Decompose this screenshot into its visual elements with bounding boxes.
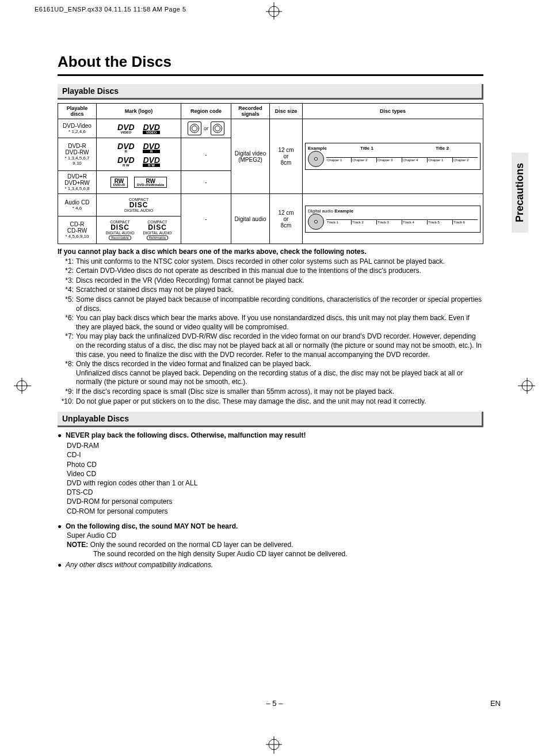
size-cd: 12 cm or 8cm (270, 194, 303, 244)
region-code: or (188, 121, 224, 135)
dvd-rw-logo: DVDR W (117, 155, 135, 167)
cd-r-logo: COMPACTDISCDIGITAL AUDIORecordable (105, 220, 134, 240)
size-dvd: 12 cm or 8cm (270, 119, 303, 194)
table-row: Audio CD* 4,6 COMPACTDISCDIGITAL AUDIO -… (58, 194, 483, 216)
crop-mark-right (518, 374, 535, 397)
row-name: DVD+R DVD+RW (60, 173, 94, 186)
crop-mark-top (262, 2, 285, 20)
th-types: Disc types (303, 104, 483, 119)
dvd-video-logo: DVDVIDEO (143, 123, 160, 134)
dvd-r-logo-2: DVDR (143, 142, 160, 153)
globe-all-icon (211, 121, 224, 135)
disc-icon (308, 214, 324, 230)
row-name: CD-R CD-RW (60, 221, 94, 234)
page-title: About the Discs (58, 53, 483, 71)
th-region: Region code (181, 104, 231, 119)
th-signals: Recorded signals (231, 104, 270, 119)
language-label: EN (490, 699, 501, 708)
dvd-rw-logo-2: DVDR W (143, 155, 160, 167)
row-note: * 1,3,4,5,6,7 9,10 (60, 155, 94, 166)
row-name: DVD-R DVD-RW (60, 143, 94, 155)
globe-icon (188, 121, 201, 135)
page-number: – 5 – (0, 699, 549, 708)
signals-dvd: Digital video (MPEG2) (231, 119, 270, 194)
disc-icon (308, 151, 324, 167)
rw-plus-rw-logo: RWDVD+ReWritable (134, 177, 167, 188)
section-unplayable: Unplayable Discs (58, 412, 483, 427)
crop-mark-left (14, 374, 31, 397)
row-note: * 4,6 (60, 206, 94, 211)
table-row: DVD-Video* 1,2,4,6 DVDVIDEO DVDVIDEO or … (58, 119, 483, 138)
row-note: * 4,5,6,9,10 (60, 234, 94, 239)
title-rule (58, 74, 483, 76)
dvd-r-logo: DVDR (117, 142, 135, 153)
example-cd: Digital audio Example Track 1Track 2Trac… (305, 206, 481, 233)
row-name: DVD-Video (60, 123, 94, 129)
unplayable-block: ●NEVER play back the following discs. Ot… (58, 431, 483, 569)
dvd-logo: DVDVIDEO (117, 123, 135, 134)
section-playable: Playable Discs (58, 84, 483, 100)
notes-lead: If you cannot play back a disc which bea… (58, 248, 367, 256)
row-name: Audio CD (60, 199, 94, 206)
playable-table: Playable discs Mark (logo) Region code R… (58, 103, 483, 244)
side-tab-precautions: Precautions (512, 153, 528, 233)
rw-plus-r-logo: RWDVD+R (110, 177, 128, 188)
crop-mark-bottom (262, 736, 285, 754)
cd-rw-logo: COMPACTDISCDIGITAL AUDIOReWritable (143, 220, 171, 240)
print-header: E6161UD_ENSP.qx33 04.11.15 11:58 AM Page… (35, 6, 186, 13)
signals-cd: Digital audio (231, 194, 270, 244)
row-note: * 1,2,4,6 (60, 129, 94, 134)
th-mark: Mark (logo) (97, 104, 181, 119)
th-discs: Playable discs (58, 104, 97, 119)
example-dvd: ExampleTitle 1Title 2 Chapter 1Chapter 2… (305, 143, 481, 170)
notes-block: If you cannot play back a disc which bea… (58, 248, 483, 406)
cd-logo: COMPACTDISCDIGITAL AUDIO (124, 197, 153, 212)
th-size: Disc size (270, 104, 303, 119)
row-note: * 1,3,4,5,6,8 (60, 186, 94, 191)
